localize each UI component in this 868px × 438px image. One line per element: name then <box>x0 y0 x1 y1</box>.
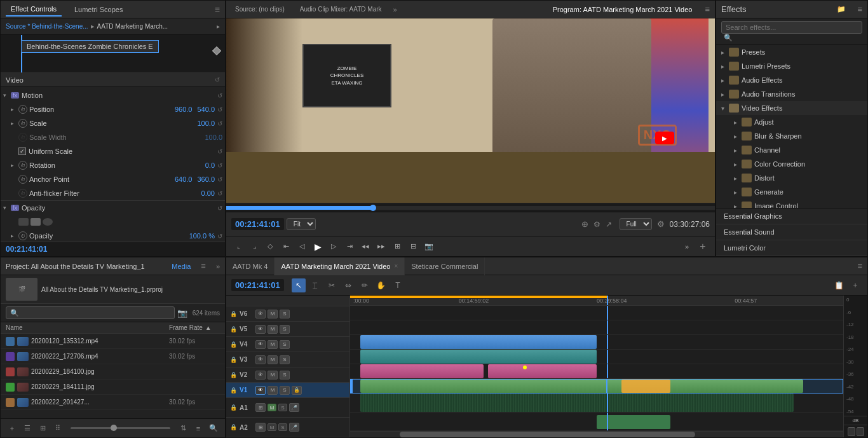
eye-v4[interactable]: 👁 <box>255 340 266 349</box>
mic-a2[interactable]: 🎤 <box>289 423 299 432</box>
expand-icon[interactable]: ▸ <box>217 23 220 30</box>
clip-v1-orange[interactable] <box>621 380 670 393</box>
position-y[interactable]: 540.0 <box>197 106 215 113</box>
scale-toggle[interactable]: ▸ <box>11 120 18 127</box>
sync-v2[interactable]: S <box>280 371 290 380</box>
clip-v2b[interactable] <box>488 364 597 378</box>
opacity-icon3[interactable] <box>43 218 53 226</box>
sw-stopwatch[interactable]: ⏱ <box>18 133 27 142</box>
scale-stopwatch[interactable]: ⏱ <box>18 119 27 128</box>
tab-effect-controls[interactable]: Effect Controls <box>6 3 62 17</box>
tab-aatd-marketing[interactable]: AATD Marketing March 2021 Video × <box>275 257 405 275</box>
clip-v2a[interactable] <box>360 364 484 378</box>
uniform-scale-checkbox[interactable]: ✓ <box>18 147 26 155</box>
play-btn[interactable]: ▶ <box>311 240 325 254</box>
hand-tool-btn[interactable]: ✋ <box>374 278 388 292</box>
insert-btn[interactable]: ⊞ <box>390 240 404 254</box>
lock-a1[interactable]: 🔒 <box>229 403 238 412</box>
lock-v5[interactable]: 🔒 <box>229 325 238 334</box>
s-btn-a1[interactable]: S <box>278 404 287 411</box>
tab-aatd-marketing-close[interactable]: × <box>394 263 398 270</box>
timeline-playhead[interactable] <box>607 296 608 305</box>
timeline-timecode[interactable]: 00:21:41:01 <box>231 279 284 291</box>
tree-item-audio-transitions[interactable]: ▸ Audio Transitions <box>716 87 867 101</box>
find-btn[interactable]: 🔍 <box>207 422 220 435</box>
export-frame-btn[interactable]: 📷 <box>422 240 436 254</box>
monitor-fit-select[interactable]: Fit <box>287 218 316 230</box>
add-track-btn[interactable]: + <box>848 278 862 292</box>
tab-expand[interactable]: » <box>393 6 397 13</box>
position-x[interactable]: 960.0 <box>175 106 193 113</box>
mute-v6[interactable]: M <box>268 310 278 318</box>
rotation-value[interactable]: 0.0 <box>205 161 215 169</box>
timeline-ruler[interactable]: :00:00 00:14:59:02 00:29:58:04 00:44:57 <box>350 296 843 306</box>
track-row-v6[interactable] <box>350 306 843 320</box>
track-row-v1[interactable] <box>350 379 843 394</box>
meter-btn-2[interactable] <box>857 427 864 436</box>
pen-tool-btn[interactable]: ✏ <box>358 278 372 292</box>
motion-reset[interactable]: ↺ <box>217 92 222 99</box>
monitor-strip-head[interactable] <box>370 205 376 211</box>
opacity-value[interactable]: 100.0 % <box>189 232 215 240</box>
lock-v4[interactable]: 🔒 <box>229 340 238 349</box>
project-icon-btn[interactable]: 📷 <box>177 308 187 318</box>
position-stopwatch[interactable]: ⏱ <box>18 105 27 114</box>
timeline-menu-icon[interactable]: ≡ <box>852 261 867 271</box>
project-menu-icon[interactable]: ≡ <box>201 261 206 271</box>
eye-v1[interactable]: 👁 <box>255 386 266 395</box>
tree-item-adjust[interactable]: ▸ Adjust <box>716 115 867 129</box>
pos-toggle[interactable]: ▸ <box>11 106 18 113</box>
program-tab[interactable]: Program: AATD Marketing March 2021 Video <box>548 3 698 16</box>
zoom-slider[interactable] <box>71 427 170 429</box>
mute-v4[interactable]: M <box>268 340 278 349</box>
tree-item-generate[interactable]: ▸ Generate <box>716 185 867 199</box>
type-tool-btn[interactable]: T <box>391 278 405 292</box>
new-bin-icon[interactable]: 📁 <box>837 5 846 13</box>
zoom-handle[interactable] <box>111 425 117 431</box>
tree-item-audio-effects[interactable]: ▸ Audio Effects <box>716 73 867 87</box>
essential-sound-btn[interactable]: Essential Sound <box>716 224 867 240</box>
opv-stopwatch[interactable]: ⏱ <box>18 231 27 240</box>
track-row-v4[interactable] <box>350 335 843 350</box>
list-view-btn[interactable]: ☰ <box>21 422 34 435</box>
anti-flicker-value[interactable]: 0.00 <box>201 189 215 197</box>
scale-reset[interactable]: ↺ <box>217 120 222 127</box>
monitor-progress-strip[interactable] <box>226 203 715 212</box>
slip-tool-btn[interactable]: ⇔ <box>341 278 355 292</box>
tree-item-lumetri-presets[interactable]: ▸ Lumetri Presets <box>716 59 867 73</box>
step-fwd-btn[interactable]: ▷ <box>327 240 341 254</box>
sync-v4[interactable]: S <box>280 340 290 349</box>
eye-v2[interactable]: 👁 <box>255 371 266 380</box>
lock-v2[interactable]: 🔒 <box>229 371 238 380</box>
opacity-icon2[interactable] <box>31 218 41 226</box>
sort-btn[interactable]: ⇅ <box>177 422 189 435</box>
us-reset[interactable]: ↺ <box>217 148 222 155</box>
select-tool-btn[interactable]: ↖ <box>292 278 306 292</box>
anchor-y[interactable]: 360.0 <box>197 175 215 183</box>
sync-v1[interactable]: S <box>280 386 290 395</box>
tree-item-video-effects[interactable]: ▾ Video Effects <box>716 101 867 115</box>
rot-stopwatch[interactable]: ⏱ <box>18 161 27 170</box>
opv-toggle[interactable]: ▸ <box>11 233 18 239</box>
project-item-4[interactable]: 20200222_201427... 30.02 fps <box>1 395 225 410</box>
go-next-edit-btn[interactable]: ▸▸ <box>374 240 388 254</box>
tab-steticare[interactable]: Steticare Commercial <box>405 257 485 275</box>
panel-menu-icon[interactable]: ≡ <box>215 4 220 15</box>
eye-v6[interactable]: 👁 <box>255 310 266 318</box>
track-row-v2[interactable] <box>350 364 843 379</box>
step-back-btn[interactable]: ◁ <box>295 240 309 254</box>
tab-lumetri-scopes[interactable]: Lumetri Scopes <box>69 3 128 16</box>
project-item-1[interactable]: 20200222_172706.mp4 30.02 fps <box>1 349 225 364</box>
essential-graphics-btn[interactable]: Essential Graphics <box>716 209 867 224</box>
anchor-x[interactable]: 640.0 <box>175 175 193 183</box>
mark-in-btn[interactable]: ⌞ <box>231 240 245 254</box>
lock-v6[interactable]: 🔒 <box>229 310 238 318</box>
tree-item-presets[interactable]: ▸ Presets <box>716 45 867 59</box>
track-row-v3[interactable] <box>350 350 843 364</box>
project-search-input[interactable] <box>6 306 175 319</box>
opacity-toggle[interactable]: ▾ <box>3 205 11 211</box>
mute-v3[interactable]: M <box>268 355 278 364</box>
lock-v1[interactable]: 🔒 <box>229 386 238 395</box>
meter-btn-1[interactable] <box>848 427 855 436</box>
effects-search-input[interactable] <box>721 21 862 34</box>
